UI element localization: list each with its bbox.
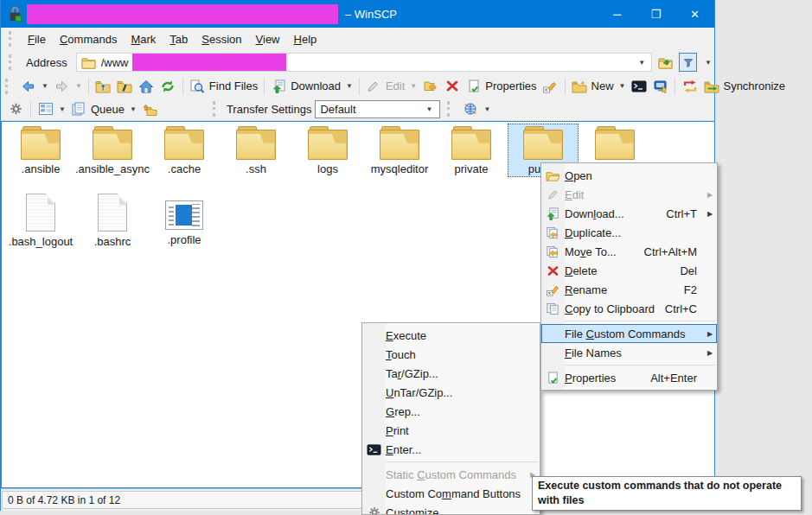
submenu-item-static-custom-commands[interactable]: Static Custom Commands▶ (362, 465, 540, 484)
context-menu-item-open[interactable]: Open (541, 166, 717, 185)
refresh-remote-button[interactable] (679, 76, 700, 97)
find-files-button[interactable]: Find Files (187, 76, 260, 97)
open-directory-bookmark-icon[interactable] (657, 55, 674, 70)
file-item-mysqleditor[interactable]: mysqleditor (364, 124, 435, 177)
submenu-item-tar-gzip[interactable]: Tar/GZip... (362, 364, 540, 383)
back-button[interactable] (17, 76, 39, 97)
file-item-ansible-async[interactable]: .ansible_async (77, 124, 148, 177)
submenu-item-custom-command-buttons[interactable]: Custom Command Buttons (362, 484, 540, 503)
file-item-ssh[interactable]: .ssh (221, 124, 291, 177)
file-item-bashrc[interactable]: .bashrc (77, 191, 148, 250)
file-item-logs[interactable]: logs (292, 124, 363, 177)
menu-item-label: Move To... (565, 245, 644, 258)
view-style-dropdown-icon[interactable]: ▼ (56, 105, 68, 113)
new-label: New (591, 79, 614, 92)
menu-item-label: Grep... (386, 405, 520, 418)
toolbar-grip[interactable] (447, 101, 454, 117)
folder-icon (308, 126, 348, 159)
filter-dropdown-icon[interactable]: ▼ (702, 59, 714, 67)
file-item-bash-logout[interactable]: .bash_logout (5, 191, 76, 250)
minimize-button[interactable]: ─ (598, 0, 636, 28)
queue-upload-button[interactable] (139, 99, 161, 119)
synchronize-button[interactable]: Synchronize (700, 76, 788, 97)
forward-button[interactable] (51, 76, 73, 97)
menu-help[interactable]: Help (287, 30, 324, 48)
submenu-item-customize[interactable]: Customize... (362, 503, 540, 515)
address-dropdown-icon[interactable]: ▼ (636, 59, 648, 67)
context-menu-item-edit[interactable]: Edit▶ (541, 185, 717, 204)
context-menu-item-copy-to-clipboard[interactable]: Copy to ClipboardCtrl+C (541, 299, 717, 318)
context-menu-item-properties[interactable]: PropertiesAlt+Enter (541, 368, 717, 387)
delete-button[interactable] (441, 76, 463, 97)
toolbar-grip[interactable] (5, 79, 12, 94)
context-menu-item-download[interactable]: Download...Ctrl+T▶ (541, 204, 717, 223)
close-button[interactable]: ✕ (675, 0, 714, 28)
queue-button[interactable]: Queue (68, 99, 127, 119)
toolbar-main: ▼ ▼ Find Files Download ▼ Edit (2, 74, 714, 98)
file-item-label: .cache (168, 162, 201, 175)
file-icon (98, 194, 127, 232)
submenu-item-enter[interactable]: Enter... (362, 440, 540, 459)
view-style-button[interactable] (35, 99, 56, 119)
filter-button[interactable] (679, 53, 697, 72)
menu-item-label: Print (386, 424, 520, 437)
menu-icon-slot (362, 383, 386, 402)
menu-tab[interactable]: Tab (163, 30, 195, 48)
forward-dropdown-icon[interactable]: ▼ (73, 82, 85, 90)
parent-directory-button[interactable] (93, 76, 114, 97)
submenu-item-grep[interactable]: Grep... (362, 402, 540, 421)
transfer-settings-combo[interactable]: Default ▼ (315, 100, 440, 118)
context-menu-item-delete[interactable]: DeleteDel (541, 261, 717, 280)
preferences-button[interactable] (5, 99, 27, 119)
menu-commands[interactable]: Commands (53, 30, 124, 48)
submenu-item-print[interactable]: Print (362, 421, 540, 440)
address-field[interactable]: /www ▼ (76, 53, 652, 72)
file-item-profile[interactable]: .profile (149, 191, 220, 250)
edit-dropdown-icon[interactable]: ▼ (407, 82, 419, 90)
submenu-item-execute[interactable]: Execute (362, 326, 540, 345)
open-in-putty-button[interactable] (649, 76, 671, 97)
download-dropdown-icon[interactable]: ▼ (343, 82, 355, 90)
file-item-label: .ssh (246, 162, 266, 175)
session-globe-button[interactable] (459, 99, 481, 119)
open-terminal-button[interactable] (628, 76, 649, 97)
file-item-private[interactable]: private (436, 124, 507, 177)
rename-button[interactable] (540, 76, 561, 97)
download-button[interactable]: Download (268, 76, 343, 97)
back-dropdown-icon[interactable]: ▼ (39, 82, 51, 90)
edit-button[interactable]: Edit (363, 76, 407, 97)
file-item-ansible[interactable]: .ansible (5, 124, 76, 177)
maximize-button[interactable]: ❐ (636, 0, 675, 28)
toolbar-grip[interactable] (213, 101, 220, 117)
menu-file[interactable]: File (21, 30, 53, 48)
context-menu-item-duplicate[interactable]: Duplicate... (541, 223, 717, 242)
menu-mark[interactable]: Mark (124, 30, 163, 48)
session-dropdown-icon[interactable]: ▼ (481, 105, 493, 113)
window-title: – WinSCP (345, 8, 397, 21)
menu-view[interactable]: View (249, 30, 287, 48)
menu-item-label: Execute (386, 329, 520, 342)
address-label: Address (26, 56, 67, 69)
queue-dropdown-icon[interactable]: ▼ (127, 105, 139, 113)
root-directory-button[interactable] (114, 76, 136, 97)
file-item-cache[interactable]: .cache (149, 124, 220, 177)
properties-button[interactable]: Properties (463, 76, 539, 97)
duplicate-button[interactable] (419, 76, 441, 97)
context-menu-item-file-names[interactable]: File Names▶ (541, 343, 717, 362)
toolbar-grip[interactable] (9, 54, 16, 70)
new-button[interactable]: New (569, 76, 617, 97)
menu-item-label: Custom Command Buttons (386, 487, 521, 500)
menu-session[interactable]: Session (195, 30, 248, 48)
submenu-item-touch[interactable]: Touch (362, 345, 540, 364)
new-dropdown-icon[interactable]: ▼ (617, 82, 629, 90)
menu-item-label: UnTar/GZip... (386, 386, 520, 399)
redacted-path (132, 54, 286, 71)
context-menu-item-rename[interactable]: RenameF2 (541, 280, 717, 299)
context-menu-item-file-custom-commands[interactable]: File Custom Commands▶ (541, 324, 717, 343)
submenu-item-untar-gzip[interactable]: UnTar/GZip... (362, 383, 540, 402)
refresh-button[interactable] (157, 76, 179, 97)
terminal-icon (362, 440, 386, 459)
home-directory-button[interactable] (136, 76, 157, 97)
toolbar-grip[interactable] (9, 31, 16, 47)
context-menu-item-move-to[interactable]: Move To...Ctrl+Alt+M (541, 242, 717, 261)
